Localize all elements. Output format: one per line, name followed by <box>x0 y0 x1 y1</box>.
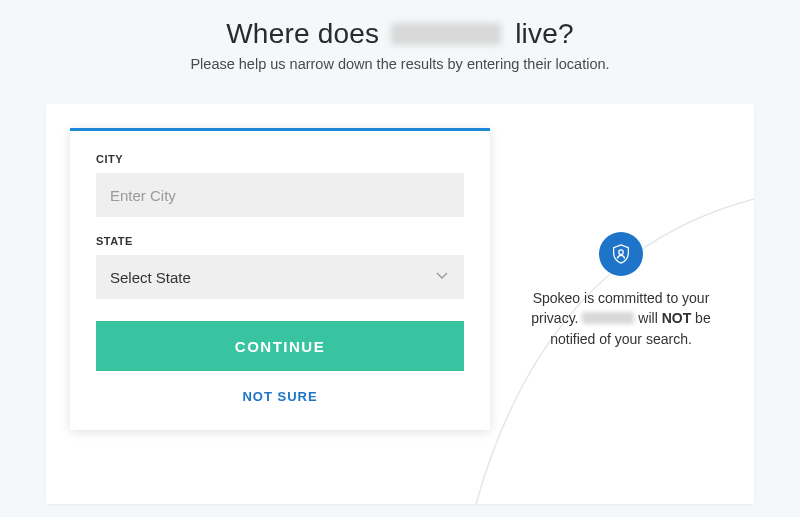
city-input[interactable] <box>96 173 464 217</box>
chevron-down-icon <box>434 267 450 287</box>
city-label: CITY <box>96 153 464 165</box>
privacy-bold: NOT <box>662 310 692 326</box>
page-subtitle: Please help us narrow down the results b… <box>20 56 780 72</box>
page-title: Where does live? <box>20 18 780 50</box>
state-selected-value: Select State <box>110 269 434 286</box>
location-form: CITY STATE Select State CONTINUE NOT SUR… <box>70 128 490 430</box>
state-select[interactable]: Select State <box>96 255 464 299</box>
title-prefix: Where does <box>226 18 379 49</box>
title-suffix: live? <box>515 18 574 49</box>
privacy-text: Spokeo is committed to your privacy. wil… <box>526 288 716 349</box>
shield-user-icon <box>599 232 643 276</box>
privacy-line-2: will <box>638 310 657 326</box>
svg-point-0 <box>619 250 623 254</box>
state-label: STATE <box>96 235 464 247</box>
not-sure-button[interactable]: NOT SURE <box>96 371 464 410</box>
redacted-name-small <box>582 312 634 324</box>
page-header: Where does live? Please help us narrow d… <box>0 0 800 86</box>
redacted-name <box>391 23 501 45</box>
continue-button[interactable]: CONTINUE <box>96 321 464 371</box>
main-card: CITY STATE Select State CONTINUE NOT SUR… <box>46 104 754 504</box>
privacy-notice: Spokeo is committed to your privacy. wil… <box>526 232 716 349</box>
